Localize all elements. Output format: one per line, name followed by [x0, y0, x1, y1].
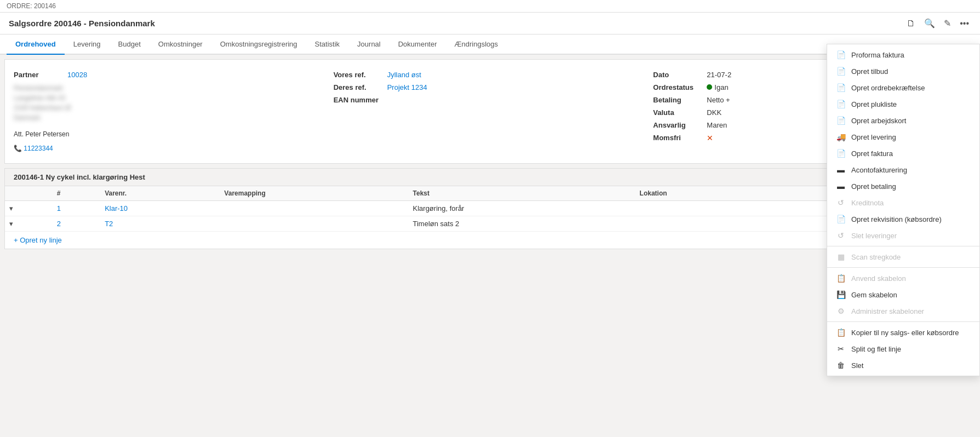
menu-item-opret-faktura[interactable]: 📄 Opret faktura [827, 145, 979, 162]
partner-label: Partner [14, 71, 63, 79]
tab-omkostninger[interactable]: Omkostninger [150, 34, 211, 55]
betaling-value: Netto + [707, 96, 730, 104]
more-icon-btn[interactable]: ••• [958, 16, 971, 31]
dato-value: 21-07-2 [707, 71, 731, 79]
deres-ref-label: Deres ref. [334, 83, 383, 91]
search-doc-icon-btn[interactable]: 🔍 [922, 16, 937, 31]
ordrestatus-label: Ordrestatus [653, 83, 702, 91]
header: Salgsordre 200146 - Pensiondanmark 🗋 🔍 ✎… [0, 13, 980, 34]
menu-icon-faktura: 📄 [836, 149, 846, 158]
menu-icon-betaling: ▬ [836, 182, 846, 191]
edit-icon-btn[interactable]: ✎ [942, 16, 953, 31]
row2-lokation [635, 216, 772, 232]
action-dropdown-menu: 📄 Proforma faktura 📄 Opret tilbud 📄 Opre… [827, 44, 980, 249]
partner-row: Partner 10028 [14, 71, 327, 79]
col-expand [5, 186, 53, 201]
dato-label: Dato [653, 71, 702, 79]
document-icon-btn[interactable]: 🗋 [904, 16, 918, 31]
row1-num[interactable]: 1 [53, 201, 101, 216]
deres-ref-value: Projekt 1234 [387, 83, 427, 91]
menu-icon-kreditnota: ↺ [836, 198, 846, 207]
col-varemapping: Varemapping [220, 186, 408, 201]
tab-journal[interactable]: Journal [348, 34, 389, 55]
tab-dokumenter[interactable]: Dokumenter [389, 34, 446, 55]
deres-ref-row: Deres ref. Projekt 1234 [334, 83, 647, 91]
momsfri-label: Momsfri [653, 134, 702, 142]
divider-1 [827, 246, 979, 246]
col-num: # [53, 186, 101, 201]
betaling-label: Betaling [653, 96, 702, 104]
tab-omkostningsregistrering[interactable]: Omkostningsregistrering [211, 34, 306, 55]
col-varenr: Varenr. [100, 186, 220, 201]
menu-icon-ordrebekraeftelse: 📄 [836, 83, 846, 92]
tab-ordrehoved[interactable]: Ordrehoved [7, 34, 65, 55]
row1-lokation [635, 201, 772, 216]
row1-tekst: Klargøring, forår [409, 201, 635, 216]
row1-varenr[interactable]: Klar-10 [100, 201, 220, 216]
menu-item-opret-arbejdskort[interactable]: 📄 Opret arbejdskort [827, 112, 979, 129]
ansvarlig-value: Maren [707, 121, 727, 129]
menu-icon-slet-leveringer: ↺ [836, 231, 846, 240]
more-icon: ••• [960, 19, 969, 28]
tab-aendringslogs[interactable]: Ændringslogs [446, 34, 507, 55]
phone-line[interactable]: 📞 11223344 [14, 145, 327, 152]
row2-varemapping [220, 216, 408, 232]
ean-label: EAN nummer [334, 96, 383, 104]
tab-levering[interactable]: Levering [65, 34, 110, 55]
row2-tekst: Timeløn sats 2 [409, 216, 635, 232]
ean-row: EAN nummer [334, 96, 647, 104]
row2-expand[interactable]: ▾ [5, 216, 53, 232]
edit-icon: ✎ [944, 19, 951, 28]
menu-item-scan-stregkode: ▦ Scan stregkode [827, 249, 979, 249]
menu-icon-rekvisition: 📄 [836, 215, 846, 223]
att-line: Att. Peter Petersen [14, 130, 327, 138]
menu-item-opret-levering[interactable]: 🚚 Opret levering [827, 129, 979, 145]
top-bar: ORDRE: 200146 [0, 0, 980, 13]
vores-ref-value: Jylland øst [387, 71, 421, 79]
row2-num[interactable]: 2 [53, 216, 101, 232]
menu-item-slet-leveringer: ↺ Slet leveringer [827, 227, 979, 244]
order-details-grid: Partner 10028 Pensiondanmark Langelinie … [14, 66, 966, 157]
phone-icon: 📞 [14, 145, 22, 152]
col-tekst: Tekst [409, 186, 635, 201]
valuta-label: Valuta [653, 108, 702, 117]
partner-group: Partner 10028 Pensiondanmark Langelinie … [14, 71, 327, 152]
menu-item-proforma-faktura[interactable]: 📄 Proforma faktura [827, 47, 979, 63]
menu-icon-arbejdskort: 📄 [836, 116, 846, 125]
status-dot-green [707, 84, 712, 90]
document-icon: 🗋 [907, 19, 915, 28]
menu-item-opret-betaling[interactable]: ▬ Opret betaling [827, 178, 979, 194]
row1-expand[interactable]: ▾ [5, 201, 53, 216]
menu-item-opret-plukliste[interactable]: 📄 Opret plukliste [827, 96, 979, 112]
vores-ref-row: Vores ref. Jylland øst [334, 71, 647, 79]
menu-item-opret-ordrebekraeftelse[interactable]: 📄 Opret ordrebekræftelse [827, 79, 979, 96]
partner-address: Pensiondanmark Langelinie Allé 43 2100 K… [14, 83, 327, 123]
row1-varemapping [220, 201, 408, 216]
menu-item-opret-rekvisition[interactable]: 📄 Opret rekvisition (købsordre) [827, 211, 979, 227]
menu-item-opret-tilbud[interactable]: 📄 Opret tilbud [827, 63, 979, 79]
ansvarlig-label: Ansvarlig [653, 121, 702, 129]
header-icons: 🗋 🔍 ✎ ••• [904, 16, 971, 31]
menu-item-kreditnota: ↺ Kreditnota [827, 194, 979, 211]
col-lokation: Lokation [635, 186, 772, 201]
menu-icon-proforma: 📄 [836, 50, 846, 59]
page-title: Salgsordre 200146 - Pensiondanmark [9, 19, 155, 28]
menu-icon-plukliste: 📄 [836, 100, 846, 108]
refs-group: Vores ref. Jylland øst Deres ref. Projek… [334, 71, 647, 152]
tab-statistik[interactable]: Statistik [306, 34, 349, 55]
menu-icon-tilbud: 📄 [836, 67, 846, 76]
tab-budget[interactable]: Budget [110, 34, 150, 55]
valuta-value: DKK [707, 108, 721, 117]
search-doc-icon: 🔍 [924, 19, 935, 28]
row2-varenr[interactable]: T2 [100, 216, 220, 232]
momsfri-cross-icon: ✕ [707, 134, 713, 142]
order-label: ORDRE: 200146 [7, 2, 56, 10]
partner-id[interactable]: 10028 [67, 71, 87, 79]
menu-icon-aconto: ▬ [836, 165, 846, 174]
vores-ref-label: Vores ref. [334, 71, 383, 79]
menu-icon-levering: 🚚 [836, 133, 846, 141]
ordrestatus-value: Igan [707, 83, 728, 91]
menu-item-acontofakturering[interactable]: ▬ Acontofakturering [827, 162, 979, 178]
